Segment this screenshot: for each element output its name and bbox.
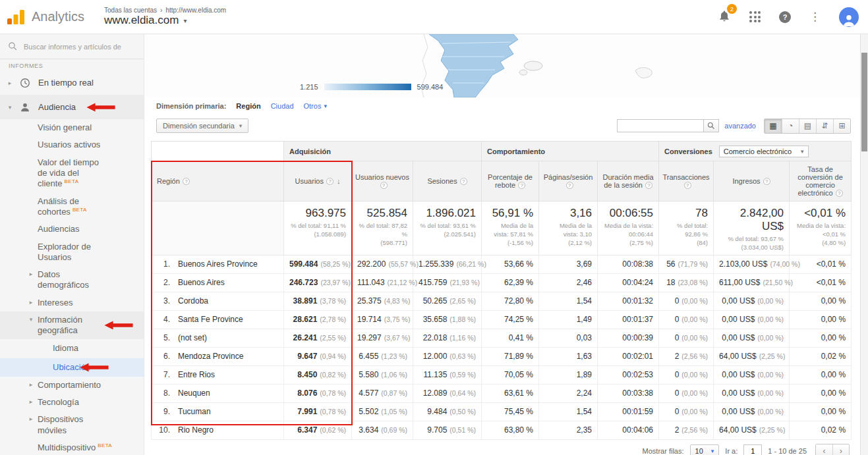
region-link[interactable]: Cordoba	[178, 296, 208, 306]
percentage-view-icon[interactable]: ◔	[782, 119, 799, 133]
column-header-usuarios[interactable]: Usuarios?↓	[284, 161, 352, 201]
scrollbar-thumb[interactable]	[861, 53, 867, 151]
sidebar-item-analisis-de-cohortes[interactable]: Análisis de cohortesBETA	[0, 193, 144, 221]
sidebar-item-multidispositivo[interactable]: MultidispositivoBETA	[0, 439, 144, 455]
metric-cell: 2.103,00 US$(74,00 %)	[714, 255, 790, 273]
account-selector[interactable]: www.eldia.com ▾	[104, 14, 226, 27]
sidebar-item-audiencias[interactable]: Audiencias	[0, 221, 144, 238]
region-link[interactable]: Santa Fe Province	[178, 315, 243, 324]
sidebar-item-informacion-geografica[interactable]: ▾Información geográfica	[0, 311, 144, 340]
dimension-option-region[interactable]: Región	[236, 102, 260, 110]
sidebar-search-input[interactable]	[24, 43, 136, 51]
column-header-usuarios-nuevos[interactable]: Usuarios nuevos?	[352, 161, 413, 201]
breadcrumb[interactable]: Todas las cuentas › http://www.eldia.com	[104, 7, 226, 14]
avatar[interactable]	[839, 7, 859, 27]
metric-cell: 64,00 US$(2,25 %)	[714, 421, 790, 439]
metric-value: 0	[675, 407, 680, 416]
help-icon[interactable]: ?	[763, 178, 770, 185]
sidebar-item-vision-general[interactable]: Visión general	[0, 119, 144, 136]
conversion-goal-select[interactable]: Comercio electrónico ▾	[719, 146, 809, 157]
sidebar-item-valor-del-tiempo-de-vida-del-cliente[interactable]: Valor del tiempo de vida del clienteBETA	[0, 154, 144, 193]
row-rank: 1.	[156, 259, 170, 269]
column-header-tasa-de-conversion-de-comercio-electronico[interactable]: Tasa de conversión de comercio electróni…	[790, 161, 852, 201]
metric-percentage: (0,82 %)	[320, 371, 346, 379]
metric-value: 0	[675, 296, 680, 306]
pivot-view-icon[interactable]: ⊞	[833, 119, 850, 133]
metric-cell: 1,63	[539, 347, 598, 365]
column-header-sesiones[interactable]: Sesiones?	[413, 161, 482, 201]
metric-value: 6.347	[297, 425, 317, 435]
metric-cell: 11.135(0,59 %)	[413, 365, 482, 384]
column-header-paginas-sesion[interactable]: Páginas/sesión?	[539, 161, 598, 201]
help-icon[interactable]: ?	[380, 182, 388, 189]
legend-max-value: 599.484	[417, 83, 444, 91]
region-link[interactable]: Mendoza Province	[178, 352, 243, 361]
help-icon[interactable]: ?	[183, 178, 190, 185]
column-header-ingresos[interactable]: Ingresos?	[714, 161, 790, 201]
region-link[interactable]: Buenos Aires Province	[178, 259, 258, 269]
sidebar-item-tecnologia[interactable]: ▸Tecnología	[0, 394, 144, 411]
notifications-button[interactable]: 2	[718, 9, 731, 25]
table-search-input[interactable]	[617, 119, 704, 132]
advanced-search-link[interactable]: avanzado	[724, 122, 756, 130]
comparison-view-icon[interactable]: ⇵	[816, 119, 833, 133]
breadcrumb-account[interactable]: Todas las cuentas	[104, 7, 157, 14]
vertical-scrollbar[interactable]	[860, 34, 868, 455]
column-header-porcentaje-de-rebote[interactable]: Porcentaje de rebote?	[482, 161, 539, 201]
row-rank: 5.	[156, 333, 170, 342]
region-link[interactable]: Neuquen	[178, 388, 210, 398]
region-cell: 3.Cordoba	[152, 292, 284, 310]
breadcrumb-property[interactable]: http://www.eldia.com	[165, 7, 226, 14]
sidebar-item-intereses[interactable]: ▸Intereses	[0, 294, 144, 311]
sidebar-item-comportamiento[interactable]: ▸Comportamiento	[0, 377, 144, 394]
column-header-duracion-media-de-la-sesion[interactable]: Duración media de la sesión?	[598, 161, 659, 201]
table-search-button[interactable]	[704, 119, 719, 132]
geo-map[interactable]: 1.215 599.484	[144, 34, 860, 97]
next-page-button[interactable]: ›	[832, 444, 849, 455]
help-icon[interactable]: ?	[326, 178, 333, 185]
sidebar-item-explorador-de-usuarios[interactable]: Explorador de Usuarios	[0, 238, 144, 267]
apps-grid-icon[interactable]	[749, 11, 761, 22]
region-link[interactable]: Entre Rios	[178, 370, 215, 379]
sidebar-item-audiencia[interactable]: ▾Audiencia	[0, 95, 144, 119]
region-link[interactable]: Tucuman	[178, 407, 211, 416]
group-header-row: Adquisición Comportamiento Conversiones …	[152, 142, 852, 161]
secondary-dimension-button[interactable]: Dimensión secundaria ▾	[156, 119, 248, 133]
help-icon[interactable]: ?	[779, 11, 791, 23]
sidebar-item-ubicacion[interactable]: Ubicación	[0, 358, 144, 377]
rows-per-page-select[interactable]: 10 ▾	[690, 444, 720, 455]
sidebar-item-dispositivos-moviles[interactable]: ▸Dispositivos móviles	[0, 411, 144, 439]
region-link[interactable]: (not set)	[178, 333, 207, 342]
sidebar-item-idioma[interactable]: Idioma	[0, 339, 144, 358]
sidebar-search[interactable]	[0, 34, 144, 59]
column-header-region[interactable]: Región?	[152, 161, 284, 201]
help-icon[interactable]: ?	[684, 182, 691, 189]
dimension-option-otros[interactable]: Otros ▾	[304, 102, 327, 110]
metric-value: 111.043	[357, 278, 385, 287]
metric-value: 00:01:37	[622, 315, 653, 324]
help-icon[interactable]: ?	[460, 178, 467, 185]
chevron-right-icon: ▸	[27, 299, 35, 306]
overflow-menu-icon[interactable]: ⋮	[809, 10, 821, 24]
metric-cell: 0(0,00 %)	[659, 329, 714, 347]
previous-page-button[interactable]: ‹	[816, 444, 832, 455]
analytics-logo-icon[interactable]	[7, 9, 26, 26]
metric-value: 1.255.339	[419, 259, 453, 269]
summary-value: 00:06:55	[603, 207, 653, 220]
sidebar-item-en-tiempo-real[interactable]: ▸En tiempo real	[0, 71, 144, 95]
metric-cell: 2(2,56 %)	[659, 421, 714, 439]
help-icon[interactable]: ?	[518, 182, 525, 189]
performance-view-icon[interactable]: ▤	[799, 119, 816, 133]
column-header-transacciones[interactable]: Transacciones?	[659, 161, 714, 201]
help-icon[interactable]: ?	[836, 190, 843, 197]
sidebar-item-usuarios-activos[interactable]: Usuarios activos	[0, 136, 144, 153]
goto-page-input[interactable]	[743, 444, 762, 455]
table-view-icon[interactable]: ▦	[765, 119, 782, 133]
help-icon[interactable]: ?	[566, 182, 573, 189]
help-icon[interactable]: ?	[645, 182, 652, 189]
metric-percentage: (0,94 %)	[320, 352, 346, 360]
region-link[interactable]: Rio Negro	[178, 425, 214, 435]
sidebar-item-datos-demograficos[interactable]: ▸Datos demográficos	[0, 266, 144, 294]
dimension-option-ciudad[interactable]: Ciudad	[271, 102, 294, 110]
region-link[interactable]: Buenos Aires	[178, 278, 225, 287]
